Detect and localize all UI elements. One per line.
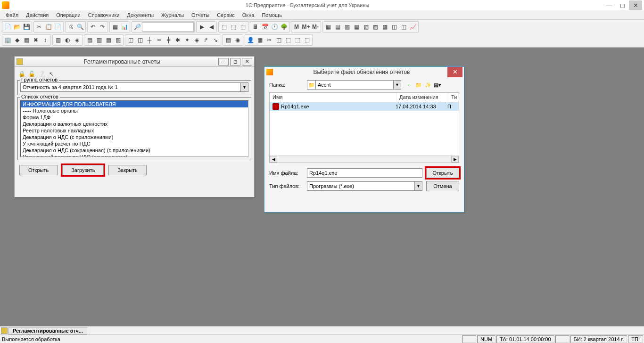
t1-icon[interactable]: ▤ [333,22,342,32]
t6-icon[interactable]: ▩ [380,22,389,32]
r4-icon[interactable]: ✖ [31,35,41,45]
newfolder-icon[interactable]: ✨ [424,81,432,89]
folder-combo[interactable] [315,80,393,90]
mminus-icon[interactable]: M- [311,22,320,32]
t7-icon[interactable]: ◫ [389,22,399,32]
r5-icon[interactable]: ↕ [41,35,50,45]
r6-icon[interactable]: ▥ [53,35,63,45]
file-row[interactable]: Rp14q1.exe 17.04.2014 14:33 П [270,102,459,111]
menu-file[interactable]: Файл [2,11,22,19]
r2-icon[interactable]: ◆ [12,35,22,45]
mplus-icon[interactable]: M+ [301,22,311,32]
v2-icon[interactable]: ▦ [255,35,264,45]
col-name[interactable]: Имя [270,93,396,102]
s9-icon[interactable]: ↱ [201,35,211,45]
v4-icon[interactable]: ◫ [274,35,283,45]
r9-icon[interactable]: ▤ [85,35,94,45]
reports-minimize-button[interactable]: — [218,58,229,65]
search-input[interactable] [142,22,194,32]
file-hscroll[interactable]: ◀ ▶ [270,155,459,163]
preview-icon[interactable]: 🔍 [75,22,85,32]
reports-close-btn[interactable]: Закрыть [108,165,146,175]
up-icon[interactable]: 📁 [414,81,423,89]
grid-icon[interactable]: ▦ [110,22,120,32]
t8-icon[interactable]: ◫ [399,22,408,32]
chess-icon[interactable]: ▦ [323,22,333,32]
tool-c-icon[interactable]: ⬚ [238,22,248,32]
reports-list[interactable]: ИНФОРМАЦИЯ ДЛЯ ПОЛЬЗОВАТЕЛЯ ----- Налого… [20,100,248,157]
r8-icon[interactable]: ◈ [72,35,82,45]
close-button[interactable]: ✕ [629,0,642,10]
t9-icon[interactable]: 📈 [408,22,418,32]
s5-icon[interactable]: ╋ [164,35,173,45]
report-icon[interactable]: 📊 [120,22,129,32]
copy-icon[interactable]: 📋 [44,22,53,32]
r1-icon[interactable]: 🏢 [3,35,12,45]
filename-input[interactable] [307,168,422,178]
file-open-button[interactable]: Открыть [426,168,459,178]
m-icon[interactable]: M [292,22,301,32]
menu-references[interactable]: Справочники [84,11,124,19]
scroll-right-icon[interactable]: ▶ [451,156,459,163]
new-icon[interactable]: 📄 [3,22,12,32]
scroll-track[interactable] [277,156,451,163]
clock-icon[interactable]: 🕐 [270,22,279,32]
s4-icon[interactable]: ━ [154,35,164,45]
s10-icon[interactable]: ↘ [211,35,220,45]
u2-icon[interactable]: ◉ [233,35,242,45]
open-icon[interactable]: 📂 [12,22,22,32]
s2-icon[interactable]: ◫ [135,35,145,45]
t4-icon[interactable]: ▧ [361,22,371,32]
reports-open-button[interactable]: Открыть [19,165,58,175]
menu-help[interactable]: Помощь [258,11,286,19]
menu-actions[interactable]: Действия [22,11,52,19]
r12-icon[interactable]: ▧ [113,35,123,45]
list-item[interactable]: Уточняющий расчет по НДС [21,140,248,147]
list-item[interactable]: Декларация о НДС (с приложениями) [21,134,248,140]
v6-icon[interactable]: ⬚ [293,35,302,45]
col-type[interactable]: Ти [448,93,459,102]
s7-icon[interactable]: ✦ [182,35,192,45]
filetype-combo[interactable] [307,181,414,191]
menu-documents[interactable]: Документы [123,11,157,19]
r11-icon[interactable]: ▦ [104,35,113,45]
calendar-icon[interactable]: 📅 [260,22,270,32]
cut-icon[interactable]: ✂ [34,22,44,32]
t2-icon[interactable]: ▥ [342,22,352,32]
menu-service[interactable]: Сервис [213,11,239,19]
group-dropdown-icon[interactable]: ▼ [240,82,248,92]
find-icon[interactable]: 🔎 [132,22,142,32]
s1-icon[interactable]: ◫ [126,35,135,45]
next-icon[interactable]: ▶ [197,22,206,32]
col-date[interactable]: Дата изменения [396,93,448,102]
list-item[interactable]: ----- Налоговые органы [21,107,248,114]
minimize-button[interactable]: — [603,0,616,10]
calc-icon[interactable]: 🖩 [251,22,260,32]
paste-icon[interactable]: 📄 [53,22,63,32]
file-cancel-button[interactable]: Отмена [426,181,459,191]
v1-icon[interactable]: 👤 [246,35,255,45]
reports-load-button[interactable]: Загрузить [62,165,104,175]
save-icon[interactable]: 💾 [22,22,31,32]
t3-icon[interactable]: ▦ [352,22,361,32]
tool-b-icon[interactable]: ⬚ [229,22,238,32]
task-item[interactable]: Регламентированные отч... [8,327,87,335]
list-item[interactable]: Декларация о валютных ценностях [21,121,248,127]
r7-icon[interactable]: ◐ [63,35,72,45]
s3-icon[interactable]: ┼ [145,35,154,45]
v3-icon[interactable]: ✂ [264,35,274,45]
tool-a-icon[interactable]: ⬚ [219,22,229,32]
r3-icon[interactable]: ▦ [22,35,31,45]
menu-windows[interactable]: Окна [239,11,258,19]
file-dialog-close-button[interactable]: ✕ [447,67,462,77]
prev-icon[interactable]: ◀ [206,22,216,32]
list-item[interactable]: ИНФОРМАЦИЯ ДЛЯ ПОЛЬЗОВАТЕЛЯ [21,101,248,107]
view-icon[interactable]: ▦▾ [433,81,442,89]
v7-icon[interactable]: ⬚ [302,35,312,45]
list-item[interactable]: Декларация о НДС (сокращенная) (с прилож… [21,147,248,154]
maximize-button[interactable]: ◻ [616,0,629,10]
group-combo[interactable] [20,82,240,92]
reports-maximize-button[interactable]: ◻ [230,58,240,65]
back-icon[interactable]: ← [405,81,413,89]
r10-icon[interactable]: ▥ [94,35,104,45]
